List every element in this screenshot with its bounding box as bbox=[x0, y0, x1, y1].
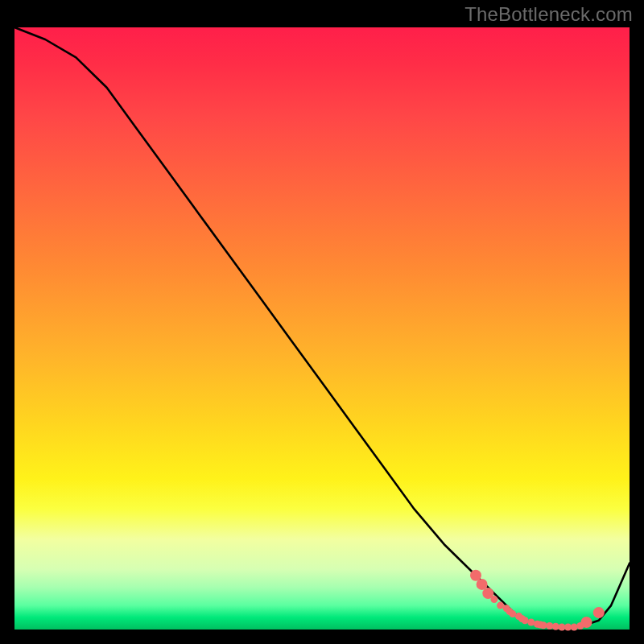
optimal-dot bbox=[540, 621, 547, 629]
bottleneck-curve bbox=[14, 27, 630, 628]
watermark-text: TheBottleneck.com bbox=[464, 3, 633, 26]
optimal-dot bbox=[581, 617, 592, 628]
optimal-dot bbox=[509, 610, 516, 617]
bottleneck-chart: TheBottleneck.com bbox=[0, 0, 644, 644]
optimal-dot bbox=[490, 596, 497, 603]
curve-svg bbox=[14, 27, 630, 630]
plot-area bbox=[14, 27, 630, 630]
optimal-range-dots bbox=[470, 570, 605, 631]
optimal-dot bbox=[593, 607, 605, 618]
optimal-dot bbox=[527, 619, 535, 626]
optimal-dot bbox=[571, 624, 578, 631]
optimal-dot bbox=[552, 623, 559, 630]
optimal-dot bbox=[522, 617, 529, 624]
optimal-dot bbox=[546, 622, 553, 630]
